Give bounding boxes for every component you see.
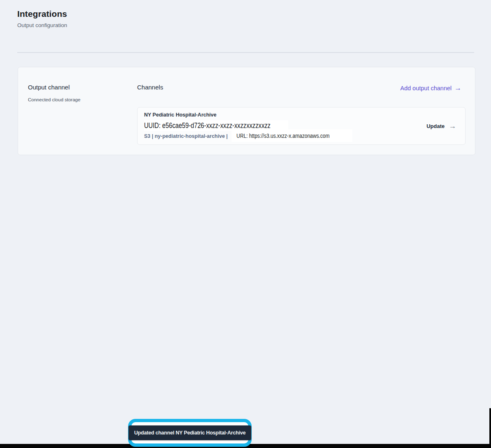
add-output-channel-link[interactable]: Add output channel → [400, 85, 461, 91]
channel-url-label: URL: https://s3.us.xxzz-x.amazonaws.com [236, 133, 330, 139]
header-divider [17, 52, 474, 53]
arrow-right-icon: → [449, 122, 456, 130]
toast-message: Updated channel NY Pediatric Hospital-Ar… [134, 430, 246, 436]
arrow-right-icon: → [454, 85, 461, 91]
channels-heading: Channels [137, 84, 163, 91]
channel-url-field: URL: https://s3.us.xxzz-x.amazonaws.com [232, 129, 352, 142]
output-channel-panel: Output channel Connected cloud storage C… [18, 67, 475, 155]
section-title: Output channel [28, 84, 80, 91]
add-output-channel-label: Add output channel [400, 85, 452, 91]
channel-uuid-label: UUID: e56cae59-d726-xxzz-xxzz-xxzzxxzzxx… [144, 121, 271, 130]
section-subtitle: Connected cloud storage [28, 97, 80, 102]
channel-card: NY Pediatric Hospital-Archive UUID: e56c… [137, 107, 466, 145]
channel-storage-label: S3 | ny-pediatric-hospital-archive | [144, 133, 228, 139]
window-right-edge [489, 408, 491, 448]
page-subtitle: Output configuration [17, 22, 67, 28]
page-title: Integrations [17, 9, 67, 19]
update-label: Update [427, 123, 445, 129]
update-channel-link[interactable]: Update → [427, 122, 456, 130]
channel-name: NY Pediatric Hospital-Archive [144, 112, 216, 118]
annotation-highlight-ring: Updated channel NY Pediatric Hospital-Ar… [128, 419, 252, 447]
panel-left-column: Output channel Connected cloud storage [28, 84, 80, 102]
toast-notification: Updated channel NY Pediatric Hospital-Ar… [128, 425, 251, 440]
page-header: Integrations Output configuration [17, 9, 67, 28]
integrations-page: Integrations Output configuration Output… [0, 0, 491, 448]
